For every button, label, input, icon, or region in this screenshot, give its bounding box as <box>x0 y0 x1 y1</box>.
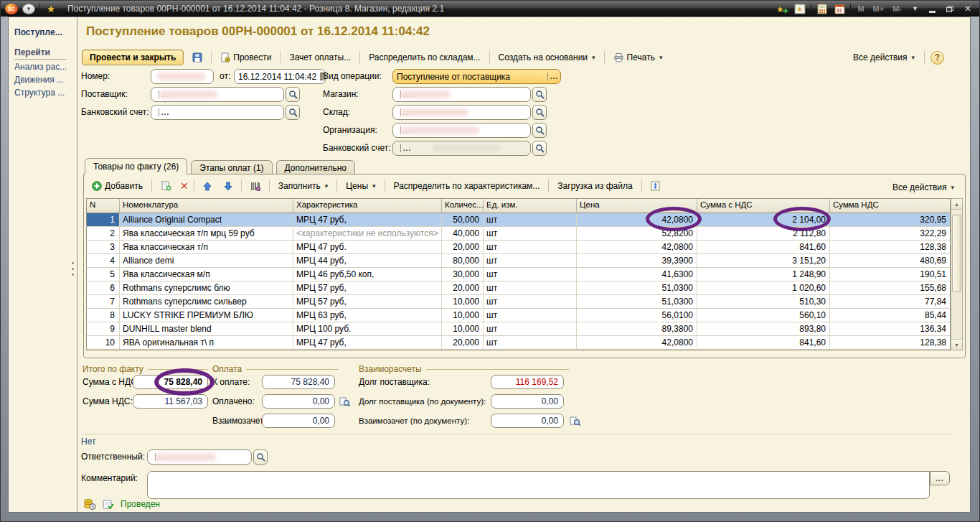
supplier-debt-field[interactable]: 116 169,52 <box>491 375 564 389</box>
table-row[interactable]: 5 Ява классическая м/п МРЦ 46 руб,50 коп… <box>87 268 950 281</box>
cell-price: 89,3800 <box>577 322 697 335</box>
minimize-button[interactable] <box>926 2 939 15</box>
sidebar-item-structure[interactable]: Структура ... <box>14 88 65 98</box>
sidebar-item-movements[interactable]: Движения ... <box>14 75 64 85</box>
table-row[interactable]: 9 DUNHILL master blend МРЦ 100 руб. 10,0… <box>87 322 950 336</box>
paid-field[interactable]: 0,00 <box>262 394 335 409</box>
print-button[interactable]: Печать▾ <box>610 50 666 65</box>
calculator-icon[interactable] <box>816 2 829 15</box>
search-icon[interactable] <box>532 141 547 156</box>
table-row[interactable]: 10 ЯВА оригинальная т\ п МРЦ 47 руб, 20,… <box>87 336 950 350</box>
search-icon[interactable] <box>532 105 547 120</box>
cell-quantity: 10,000 <box>442 322 484 335</box>
payment-offset-button[interactable]: Зачет оплаты... <box>286 50 354 65</box>
memory-m-button[interactable]: M <box>855 4 866 13</box>
move-up-button[interactable] <box>199 180 215 193</box>
memory-m-plus-button[interactable]: M+ <box>871 4 887 13</box>
choose-button[interactable]: ... <box>400 144 413 152</box>
comment-expand-button[interactable]: ... <box>930 471 950 485</box>
move-down-button[interactable] <box>220 180 236 193</box>
post-and-close-button[interactable]: Провести и закрыть <box>82 50 184 65</box>
store-field[interactable]: ... <box>392 87 547 102</box>
table-row[interactable]: 2 Ява классическая т/п мрц 59 руб <харак… <box>87 227 950 241</box>
table-body: 1 Alliance Original Compact МРЦ 47 руб, … <box>87 213 950 350</box>
supplier-field[interactable]: ... <box>151 87 300 102</box>
warehouse-field[interactable]: ... <box>392 105 547 120</box>
no-link[interactable]: Нет <box>81 437 95 447</box>
search-icon[interactable] <box>286 87 300 102</box>
date-field[interactable]: 16.12.2014 11:04:42 <box>234 69 326 84</box>
distribute-characteristics-button[interactable]: Распределить по характеристикам... <box>390 179 544 193</box>
tab-goods[interactable]: Товары по факту (26) <box>85 158 187 174</box>
org-bank-account-field[interactable]: ... <box>392 141 547 156</box>
help-button[interactable]: ? <box>930 51 944 65</box>
search-icon[interactable] <box>253 449 268 465</box>
sum-vat-field[interactable]: 11 567,03 <box>133 394 208 409</box>
search-icon[interactable] <box>532 123 547 138</box>
column-header-characteristic: Характеристика <box>293 199 442 213</box>
number-field[interactable] <box>151 69 214 84</box>
add-row-button[interactable]: Добавить <box>88 179 146 193</box>
scroll-down-icon[interactable]: ▼ <box>951 339 962 350</box>
favorites-list-icon[interactable]: ★ <box>793 2 806 15</box>
all-actions-button[interactable]: Все действия▾ <box>849 50 918 65</box>
sidebar-splitter[interactable] <box>72 258 76 281</box>
cell-unit: шт <box>484 336 577 349</box>
close-button[interactable]: ✕ <box>961 4 975 14</box>
table-row[interactable]: 8 LUCKY STRIKE ПРЕМИУМ БЛЮ МРЦ 63 руб, 1… <box>87 309 950 322</box>
operation-field[interactable]: Поступление от поставщика... <box>392 69 561 84</box>
load-from-file-button[interactable]: Загрузка из файла <box>554 179 636 193</box>
status-bar: Проведен <box>83 498 160 510</box>
comment-field[interactable] <box>147 471 930 499</box>
offset-doc-detail-icon[interactable] <box>569 415 581 427</box>
offset-doc-field[interactable]: 0,00 <box>491 414 564 428</box>
add-favorite-icon[interactable]: ★ <box>776 2 789 15</box>
table-row[interactable]: 7 Rothmans суперслимс сильвер МРЦ 57 руб… <box>87 295 950 309</box>
post-button[interactable]: Провести <box>217 50 275 65</box>
tab-additional[interactable]: Дополнительно <box>276 160 355 174</box>
table-row[interactable]: 1 Alliance Original Compact МРЦ 47 руб, … <box>87 213 950 227</box>
paid-detail-icon[interactable] <box>339 396 351 408</box>
cell-nomenclature: Ява классическая т/п мрц 59 руб <box>120 227 293 240</box>
memory-m-minus-button[interactable]: M- <box>890 4 904 13</box>
fill-menu-button[interactable]: Заполнить▾ <box>275 179 331 193</box>
fit-rows-icon[interactable] <box>647 179 664 193</box>
table-row[interactable]: 3 Ява классическая т/п МРЦ 47 руб. 20,00… <box>87 241 950 254</box>
table-scrollbar[interactable]: ▲ ▼ <box>951 198 963 350</box>
due-field[interactable]: 75 828,40 <box>262 375 335 389</box>
operation-value: Поступление от поставщика <box>397 72 544 82</box>
choose-button[interactable]: ... <box>159 108 171 116</box>
barcode-scanner-icon[interactable] <box>247 180 264 193</box>
distribute-warehouses-button[interactable]: Распределить по складам... <box>365 50 484 65</box>
search-icon[interactable] <box>286 105 300 120</box>
copy-row-button[interactable] <box>157 179 175 193</box>
tab-payment-stages[interactable]: Этапы оплат (1) <box>191 160 272 174</box>
scroll-up-icon[interactable]: ▲ <box>951 199 962 210</box>
delete-row-icon[interactable]: ✕ <box>180 182 189 190</box>
responsible-field[interactable]: ... <box>147 449 268 465</box>
offset-field[interactable]: 0,00 <box>262 414 335 428</box>
organization-field[interactable]: ... <box>392 123 547 138</box>
scrollbar-thumb[interactable] <box>952 215 961 292</box>
save-button[interactable] <box>189 50 206 65</box>
sidebar-item-analysis[interactable]: Анализ рас... <box>14 62 67 72</box>
bank-account-label: Банковский счет: <box>81 105 149 120</box>
grid-all-actions-button[interactable]: Все действия▾ <box>889 180 958 195</box>
prices-menu-button[interactable]: Цены▾ <box>342 179 379 193</box>
create-based-on-button[interactable]: Создать на основании▾ <box>495 50 599 65</box>
sum-with-vat-field[interactable]: 75 828,40 <box>133 375 208 389</box>
choose-button[interactable]: ... <box>547 73 560 80</box>
table-row[interactable]: 6 Rothmans суперслимс блю МРЦ 57 руб, 20… <box>87 281 950 295</box>
search-icon[interactable] <box>532 87 547 102</box>
main-menu-button[interactable]: ▼ <box>22 4 35 14</box>
table-row[interactable]: 4 Alliance demi МРЦ 44 руб, 80,000 шт 39… <box>87 254 950 268</box>
favorites-star-icon[interactable]: ★ <box>44 2 57 15</box>
supplier-debt-doc-field[interactable]: 0,00 <box>491 394 564 409</box>
table-header[interactable]: N Номенклатура Характеристика Количес...… <box>87 199 950 213</box>
bank-account-field[interactable]: ... <box>151 105 300 120</box>
cell-price: 52,8200 <box>577 227 697 240</box>
calendar-icon[interactable]: 31 <box>833 2 846 15</box>
restore-button[interactable] <box>943 2 956 15</box>
titlebar-dropdown-icon[interactable]: ▼ <box>908 5 922 12</box>
sidebar-item-current-document[interactable]: Поступле... <box>14 27 62 37</box>
